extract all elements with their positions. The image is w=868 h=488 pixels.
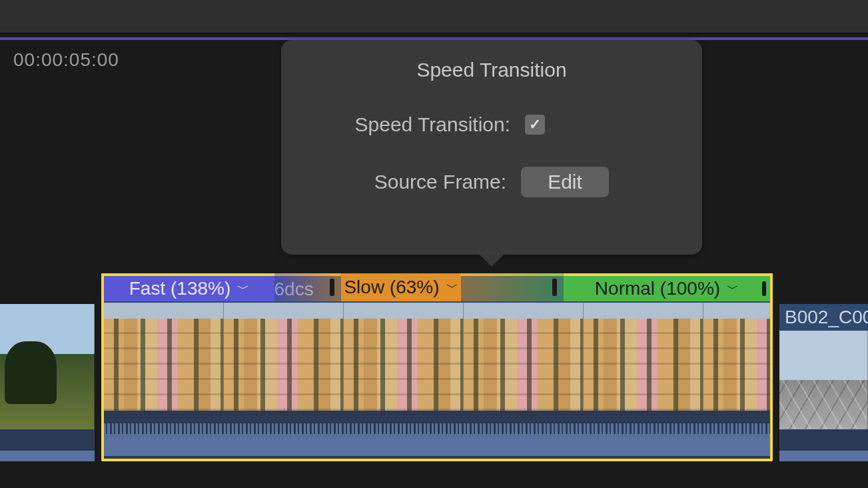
speed-transition-row: Speed Transition: ✓: [281, 113, 702, 136]
audio-waveform: [779, 429, 868, 461]
speed-transition-label: Speed Transition:: [318, 113, 525, 136]
clip-title-bar: B002_C00: [779, 304, 868, 331]
speed-segment-slow[interactable]: Slow (63%) ﹀: [341, 273, 461, 301]
speed-transition-popover: Speed Transition Speed Transition: ✓ Sou…: [281, 40, 702, 255]
thumbnail-frame: [703, 303, 770, 411]
drag-handle-icon[interactable]: [552, 279, 557, 296]
thumbnail-frame: [584, 303, 703, 411]
source-frame-label: Source Frame:: [314, 171, 521, 193]
audio-waveform: [0, 429, 95, 461]
chevron-down-icon[interactable]: ﹀: [446, 279, 458, 295]
thumbnail-frame: [464, 303, 584, 411]
clip-thumbnails: [0, 304, 95, 429]
chevron-down-icon[interactable]: ﹀: [727, 281, 739, 297]
speed-segment-fast[interactable]: Fast (138%) ﹀: [101, 273, 274, 301]
thumbnail-frame: [0, 304, 95, 429]
chevron-down-icon[interactable]: ﹀: [237, 281, 249, 297]
drag-handle-icon[interactable]: [762, 281, 766, 296]
source-frame-row: Source Frame: Edit: [281, 167, 702, 197]
speed-transition-handle[interactable]: [274, 273, 341, 301]
timeline-track[interactable]: Fast (138%) ﹀ Slow (63%) ﹀ Normal (100%)…: [0, 273, 868, 460]
thumbnail-frame: [779, 331, 868, 429]
edit-button[interactable]: Edit: [521, 167, 609, 197]
timecode-label: 00:00:05:00: [13, 49, 119, 71]
popover-arrow-icon: [477, 252, 506, 267]
clip-left[interactable]: [0, 304, 95, 461]
clip-right[interactable]: B002_C00: [779, 304, 868, 461]
speed-segment-label: Slow (63%): [344, 277, 439, 298]
thumbnail-frame: [224, 303, 344, 411]
retime-bar: Fast (138%) ﹀ Slow (63%) ﹀ Normal (100%)…: [101, 273, 773, 301]
clip-name: B002_C00: [785, 307, 868, 328]
speed-transition-checkbox[interactable]: ✓: [525, 115, 545, 135]
thumbnail-frame: [344, 303, 464, 411]
speed-segment-normal[interactable]: Normal (100%) ﹀: [564, 273, 773, 301]
clip-thumbnails: [104, 303, 770, 411]
popover-title: Speed Transition: [416, 59, 566, 81]
speed-transition-handle[interactable]: [461, 273, 564, 301]
thumbnail-frame: [104, 303, 224, 411]
drag-handle-icon[interactable]: [330, 279, 334, 296]
clip-thumbnails: [779, 331, 868, 429]
speed-segment-label: Normal (100%): [595, 278, 720, 299]
audio-waveform: [104, 411, 770, 456]
clip-main-selected[interactable]: C004_C011_0515U6dcs: [101, 273, 773, 461]
app-top-bar: [0, 0, 868, 33]
speed-segment-label: Fast (138%): [129, 278, 231, 299]
